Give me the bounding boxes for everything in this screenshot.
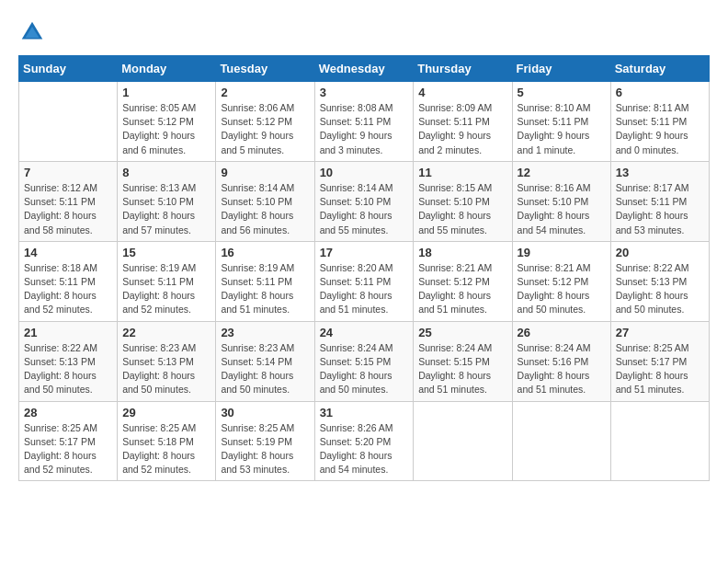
day-cell: 30Sunrise: 8:25 AMSunset: 5:19 PMDayligh… (216, 401, 314, 481)
day-info: Sunrise: 8:10 AMSunset: 5:11 PMDaylight:… (518, 101, 606, 157)
week-row-2: 7Sunrise: 8:12 AMSunset: 5:11 PMDaylight… (19, 161, 710, 241)
day-number: 18 (418, 246, 506, 259)
day-info: Sunrise: 8:21 AMSunset: 5:12 PMDaylight:… (518, 261, 606, 317)
day-info: Sunrise: 8:05 AMSunset: 5:12 PMDaylight:… (122, 101, 210, 157)
day-number: 13 (616, 166, 704, 179)
day-cell: 5Sunrise: 8:10 AMSunset: 5:11 PMDaylight… (512, 82, 610, 162)
day-cell: 16Sunrise: 8:19 AMSunset: 5:11 PMDayligh… (216, 241, 314, 321)
day-cell: 20Sunrise: 8:22 AMSunset: 5:13 PMDayligh… (610, 241, 709, 321)
day-number: 4 (418, 86, 506, 99)
day-info: Sunrise: 8:25 AMSunset: 5:19 PMDaylight:… (221, 421, 309, 477)
day-info: Sunrise: 8:24 AMSunset: 5:15 PMDaylight:… (418, 341, 506, 397)
day-cell: 21Sunrise: 8:22 AMSunset: 5:13 PMDayligh… (19, 321, 118, 401)
col-header-monday: Monday (118, 56, 216, 82)
day-cell: 28Sunrise: 8:25 AMSunset: 5:17 PMDayligh… (19, 401, 118, 481)
day-cell: 15Sunrise: 8:19 AMSunset: 5:11 PMDayligh… (118, 241, 216, 321)
day-number: 8 (122, 166, 210, 179)
day-cell: 7Sunrise: 8:12 AMSunset: 5:11 PMDaylight… (19, 161, 118, 241)
day-number: 26 (518, 326, 606, 339)
day-info: Sunrise: 8:23 AMSunset: 5:14 PMDaylight:… (221, 341, 309, 397)
day-info: Sunrise: 8:14 AMSunset: 5:10 PMDaylight:… (221, 181, 309, 237)
week-row-5: 28Sunrise: 8:25 AMSunset: 5:17 PMDayligh… (19, 401, 710, 481)
day-cell: 13Sunrise: 8:17 AMSunset: 5:11 PMDayligh… (610, 161, 709, 241)
day-number: 16 (221, 246, 309, 259)
day-number: 20 (616, 246, 704, 259)
week-row-4: 21Sunrise: 8:22 AMSunset: 5:13 PMDayligh… (19, 321, 710, 401)
day-number: 22 (122, 326, 210, 339)
day-cell (414, 401, 512, 481)
day-cell (19, 82, 118, 162)
col-header-wednesday: Wednesday (314, 56, 414, 82)
day-number: 30 (221, 406, 309, 419)
day-info: Sunrise: 8:21 AMSunset: 5:12 PMDaylight:… (418, 261, 506, 317)
day-cell: 27Sunrise: 8:25 AMSunset: 5:17 PMDayligh… (610, 321, 709, 401)
day-number: 21 (24, 326, 112, 339)
day-cell (610, 401, 709, 481)
day-info: Sunrise: 8:20 AMSunset: 5:11 PMDaylight:… (320, 261, 409, 317)
day-number: 31 (320, 406, 409, 419)
day-info: Sunrise: 8:24 AMSunset: 5:16 PMDaylight:… (518, 341, 606, 397)
day-info: Sunrise: 8:23 AMSunset: 5:13 PMDaylight:… (122, 341, 210, 397)
day-number: 27 (616, 326, 704, 339)
day-cell: 25Sunrise: 8:24 AMSunset: 5:15 PMDayligh… (414, 321, 512, 401)
logo-icon (18, 18, 46, 46)
day-cell: 3Sunrise: 8:08 AMSunset: 5:11 PMDaylight… (314, 82, 414, 162)
page-header (18, 18, 710, 46)
day-cell: 23Sunrise: 8:23 AMSunset: 5:14 PMDayligh… (216, 321, 314, 401)
day-info: Sunrise: 8:22 AMSunset: 5:13 PMDaylight:… (616, 261, 704, 317)
header-row: SundayMondayTuesdayWednesdayThursdayFrid… (19, 56, 710, 82)
day-number: 6 (616, 86, 704, 99)
day-number: 14 (24, 246, 112, 259)
day-number: 25 (418, 326, 506, 339)
day-cell: 4Sunrise: 8:09 AMSunset: 5:11 PMDaylight… (414, 82, 512, 162)
col-header-tuesday: Tuesday (216, 56, 314, 82)
day-cell: 22Sunrise: 8:23 AMSunset: 5:13 PMDayligh… (118, 321, 216, 401)
day-cell: 12Sunrise: 8:16 AMSunset: 5:10 PMDayligh… (512, 161, 610, 241)
day-number: 2 (221, 86, 309, 99)
day-cell: 29Sunrise: 8:25 AMSunset: 5:18 PMDayligh… (118, 401, 216, 481)
day-info: Sunrise: 8:22 AMSunset: 5:13 PMDaylight:… (24, 341, 112, 397)
day-info: Sunrise: 8:25 AMSunset: 5:17 PMDaylight:… (24, 421, 112, 477)
day-info: Sunrise: 8:25 AMSunset: 5:18 PMDaylight:… (122, 421, 210, 477)
day-info: Sunrise: 8:26 AMSunset: 5:20 PMDaylight:… (320, 421, 409, 477)
day-info: Sunrise: 8:24 AMSunset: 5:15 PMDaylight:… (320, 341, 409, 397)
day-number: 9 (221, 166, 309, 179)
day-number: 28 (24, 406, 112, 419)
day-cell: 1Sunrise: 8:05 AMSunset: 5:12 PMDaylight… (118, 82, 216, 162)
day-info: Sunrise: 8:13 AMSunset: 5:10 PMDaylight:… (122, 181, 210, 237)
day-number: 19 (518, 246, 606, 259)
day-number: 1 (122, 86, 210, 99)
day-cell (512, 401, 610, 481)
col-header-thursday: Thursday (414, 56, 512, 82)
day-info: Sunrise: 8:19 AMSunset: 5:11 PMDaylight:… (221, 261, 309, 317)
day-cell: 24Sunrise: 8:24 AMSunset: 5:15 PMDayligh… (314, 321, 414, 401)
day-info: Sunrise: 8:17 AMSunset: 5:11 PMDaylight:… (616, 181, 704, 237)
day-cell: 17Sunrise: 8:20 AMSunset: 5:11 PMDayligh… (314, 241, 414, 321)
day-cell: 2Sunrise: 8:06 AMSunset: 5:12 PMDaylight… (216, 82, 314, 162)
day-info: Sunrise: 8:18 AMSunset: 5:11 PMDaylight:… (24, 261, 112, 317)
week-row-3: 14Sunrise: 8:18 AMSunset: 5:11 PMDayligh… (19, 241, 710, 321)
day-info: Sunrise: 8:25 AMSunset: 5:17 PMDaylight:… (616, 341, 704, 397)
day-number: 15 (122, 246, 210, 259)
day-info: Sunrise: 8:11 AMSunset: 5:11 PMDaylight:… (616, 101, 704, 157)
day-cell: 31Sunrise: 8:26 AMSunset: 5:20 PMDayligh… (314, 401, 414, 481)
day-number: 3 (320, 86, 409, 99)
day-cell: 8Sunrise: 8:13 AMSunset: 5:10 PMDaylight… (118, 161, 216, 241)
day-cell: 6Sunrise: 8:11 AMSunset: 5:11 PMDaylight… (610, 82, 709, 162)
day-cell: 19Sunrise: 8:21 AMSunset: 5:12 PMDayligh… (512, 241, 610, 321)
day-number: 23 (221, 326, 309, 339)
day-cell: 11Sunrise: 8:15 AMSunset: 5:10 PMDayligh… (414, 161, 512, 241)
day-cell: 10Sunrise: 8:14 AMSunset: 5:10 PMDayligh… (314, 161, 414, 241)
day-info: Sunrise: 8:15 AMSunset: 5:10 PMDaylight:… (418, 181, 506, 237)
day-number: 11 (418, 166, 506, 179)
day-number: 5 (518, 86, 606, 99)
day-info: Sunrise: 8:19 AMSunset: 5:11 PMDaylight:… (122, 261, 210, 317)
day-cell: 9Sunrise: 8:14 AMSunset: 5:10 PMDaylight… (216, 161, 314, 241)
day-cell: 14Sunrise: 8:18 AMSunset: 5:11 PMDayligh… (19, 241, 118, 321)
logo (18, 18, 50, 46)
week-row-1: 1Sunrise: 8:05 AMSunset: 5:12 PMDaylight… (19, 82, 710, 162)
calendar-table: SundayMondayTuesdayWednesdayThursdayFrid… (18, 55, 710, 481)
col-header-saturday: Saturday (610, 56, 709, 82)
day-info: Sunrise: 8:08 AMSunset: 5:11 PMDaylight:… (320, 101, 409, 157)
day-info: Sunrise: 8:06 AMSunset: 5:12 PMDaylight:… (221, 101, 309, 157)
